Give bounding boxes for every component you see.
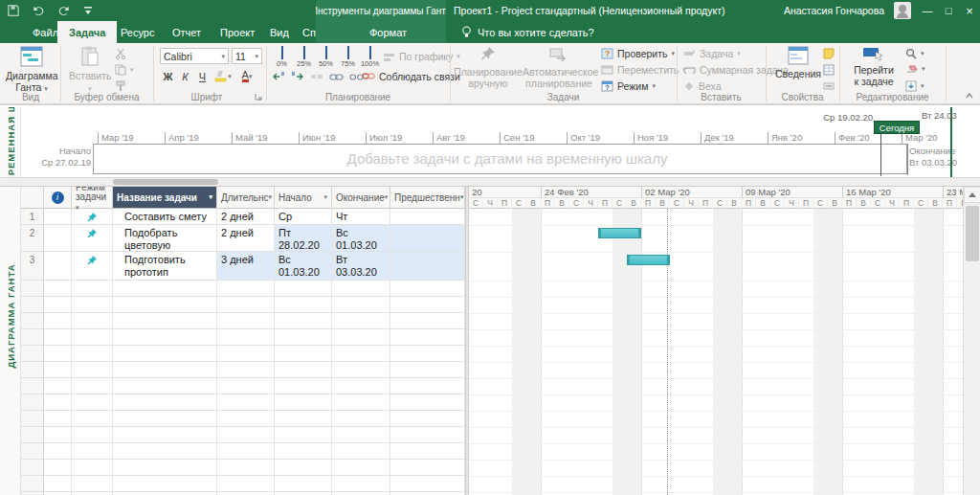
empty-cell-info[interactable]: [44, 427, 72, 443]
chart-body[interactable]: [469, 209, 963, 495]
empty-cell-info[interactable]: [44, 378, 72, 394]
empty-cell-start[interactable]: [275, 346, 332, 362]
empty-cell-name[interactable]: [113, 362, 217, 378]
empty-cell-mode[interactable]: [72, 346, 113, 362]
empty-cell-num[interactable]: [21, 281, 44, 297]
task-cell-mode[interactable]: [72, 225, 113, 252]
cut-button[interactable]: [115, 48, 126, 59]
empty-cell-predecessors[interactable]: [390, 476, 465, 492]
empty-cell-predecessors[interactable]: [390, 411, 465, 427]
empty-cell-name[interactable]: [113, 460, 217, 476]
empty-cell-finish[interactable]: [332, 346, 390, 362]
empty-cell-predecessors[interactable]: [390, 443, 465, 460]
empty-cell-mode[interactable]: [72, 427, 113, 443]
tab-format[interactable]: Формат: [358, 21, 418, 43]
highlight-color-button[interactable]: ▾: [212, 69, 234, 83]
clear-button[interactable]: ▾: [905, 64, 925, 74]
empty-cell-duration[interactable]: [217, 378, 275, 394]
task-cell-mode[interactable]: [72, 209, 113, 225]
account-user-name[interactable]: Анастасия Гончарова: [784, 0, 884, 21]
day-letter-cell[interactable]: В: [857, 198, 871, 209]
empty-cell-num[interactable]: [21, 329, 44, 346]
day-letter-cell[interactable]: С: [914, 198, 928, 209]
scroll-to-task-button[interactable]: Перейтик задаче: [846, 46, 902, 87]
week-tier-label[interactable]: 02 Мар '20: [641, 187, 742, 198]
task-name-column-header[interactable]: Название задачи▾: [113, 187, 217, 209]
task-notes-button[interactable]: [823, 48, 835, 59]
empty-cell-start[interactable]: [275, 329, 332, 346]
empty-cell-mode[interactable]: [72, 476, 113, 492]
empty-cell-mode[interactable]: [72, 411, 113, 427]
tab-task[interactable]: Задача: [57, 21, 117, 43]
week-tier-label[interactable]: 16 Мар '20: [842, 187, 943, 198]
day-letter-cell[interactable]: П: [742, 198, 756, 209]
empty-cell-name[interactable]: [113, 476, 217, 492]
empty-cell-info[interactable]: [44, 362, 72, 378]
empty-cell-duration[interactable]: [217, 443, 275, 460]
empty-cell-duration[interactable]: [217, 476, 275, 492]
undo-icon[interactable]: [31, 3, 46, 18]
week-tier-label[interactable]: 20: [469, 187, 541, 198]
task-cell-mode[interactable]: [72, 252, 113, 281]
empty-cell-info[interactable]: [44, 313, 72, 329]
predecessors-column-header[interactable]: Предшественн▾: [390, 187, 465, 209]
task-cell-info[interactable]: [44, 252, 72, 281]
respect-links-button[interactable]: Соблюдать связи: [362, 71, 460, 82]
percent-complete-75-button[interactable]: 75%: [338, 47, 358, 68]
scroll-up-button[interactable]: [964, 187, 980, 203]
empty-cell-info[interactable]: [44, 476, 72, 492]
empty-cell-name[interactable]: [113, 443, 217, 460]
minimize-button[interactable]: —: [917, 0, 938, 21]
day-letter-cell[interactable]: П: [641, 198, 656, 209]
empty-cell-start[interactable]: [275, 313, 332, 329]
day-letter-cell[interactable]: В: [756, 198, 770, 209]
day-letter-cell[interactable]: П: [541, 198, 555, 209]
empty-cell-info[interactable]: [44, 346, 72, 362]
fill-down-button[interactable]: ▾: [905, 80, 924, 92]
empty-cell-duration[interactable]: [217, 427, 275, 443]
bold-button[interactable]: Ж: [160, 69, 176, 83]
empty-cell-duration[interactable]: [217, 346, 275, 362]
empty-cell-start[interactable]: [275, 443, 332, 460]
font-name-combo[interactable]: Calibri▾: [160, 48, 229, 64]
empty-cell-num[interactable]: [21, 411, 44, 427]
day-letter-cell[interactable]: Ч: [483, 198, 498, 209]
percent-complete-0-button[interactable]: 0%: [272, 47, 292, 68]
empty-cell-start[interactable]: [275, 460, 332, 476]
empty-cell-duration[interactable]: [217, 297, 275, 313]
day-letter-cell[interactable]: С: [813, 198, 828, 209]
week-tier-label[interactable]: 23 М: [943, 187, 963, 198]
day-letter-cell[interactable]: В: [727, 198, 742, 209]
empty-cell-finish[interactable]: [332, 362, 390, 378]
tab-report[interactable]: Отчет: [161, 21, 212, 43]
empty-cell-name[interactable]: [113, 346, 217, 362]
empty-cell-predecessors[interactable]: [390, 378, 465, 394]
task-cell-name[interactable]: Подобрать цветовую палитру: [113, 225, 217, 252]
empty-cell-num[interactable]: [21, 427, 44, 443]
empty-cell-start[interactable]: [275, 297, 332, 313]
empty-cell-name[interactable]: [113, 297, 217, 313]
mark-on-track-button[interactable]: По графику▾: [383, 51, 460, 62]
empty-cell-finish[interactable]: [332, 378, 390, 394]
empty-cell-mode[interactable]: [72, 313, 113, 329]
auto-schedule-button[interactable]: Автоматическоепланирование: [523, 46, 595, 89]
empty-cell-predecessors[interactable]: [390, 346, 465, 362]
empty-cell-finish[interactable]: [332, 394, 390, 411]
gantt-task-bar[interactable]: [598, 228, 641, 238]
day-letter-cell[interactable]: П: [799, 198, 813, 209]
paste-button[interactable]: Вставить▾: [69, 46, 111, 95]
empty-cell-predecessors[interactable]: [390, 362, 465, 378]
day-letter-cell[interactable]: П: [943, 198, 957, 209]
empty-cell-mode[interactable]: [72, 378, 113, 394]
empty-cell-start[interactable]: [275, 427, 332, 443]
empty-cell-info[interactable]: [44, 411, 72, 427]
task-cell-start[interactable]: Вс 01.03.20: [275, 252, 332, 281]
indent-task-icon[interactable]: [291, 71, 304, 82]
close-button[interactable]: ×: [959, 0, 980, 21]
empty-cell-name[interactable]: [113, 427, 217, 443]
avatar[interactable]: [894, 2, 911, 19]
task-cell-num[interactable]: 1: [21, 209, 44, 225]
empty-cell-predecessors[interactable]: [390, 427, 465, 443]
empty-cell-info[interactable]: [44, 460, 72, 476]
font-dialog-launcher-icon[interactable]: [255, 93, 263, 101]
